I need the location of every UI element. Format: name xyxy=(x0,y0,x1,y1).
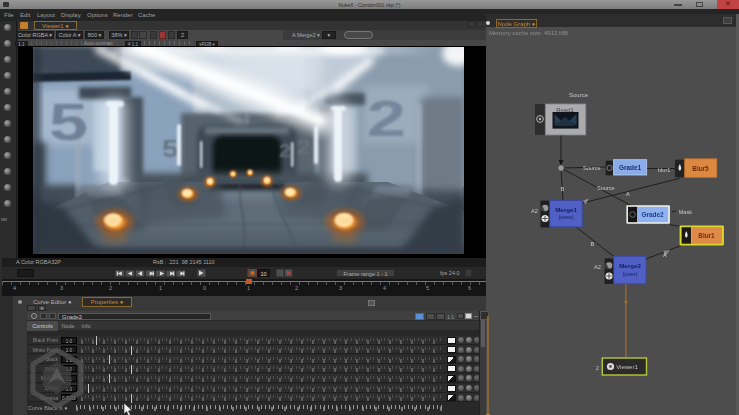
svg-text:(over): (over) xyxy=(558,214,573,220)
svg-text:Source: Source xyxy=(583,165,601,171)
svg-text:Source: Source xyxy=(597,185,615,191)
svg-text:Mask: Mask xyxy=(679,209,693,215)
svg-text:Blur1: Blur1 xyxy=(698,232,715,239)
svg-text:Source: Source xyxy=(569,92,589,98)
svg-text:blur1: blur1 xyxy=(658,167,670,173)
svg-text:Viewer1: Viewer1 xyxy=(616,364,638,370)
svg-text:B: B xyxy=(591,241,595,247)
svg-text:Merge2: Merge2 xyxy=(619,262,641,269)
svg-text:Grade2: Grade2 xyxy=(641,211,663,218)
svg-text:A: A xyxy=(663,252,667,258)
svg-text:A2: A2 xyxy=(531,208,538,214)
svg-text:2: 2 xyxy=(596,365,599,371)
svg-text:A2: A2 xyxy=(594,264,601,270)
svg-text:Read1: Read1 xyxy=(556,107,574,113)
svg-text:Grade1: Grade1 xyxy=(619,164,641,171)
svg-text:B: B xyxy=(561,186,565,192)
svg-text:Merge1: Merge1 xyxy=(555,206,577,213)
svg-text:A: A xyxy=(626,191,630,197)
svg-text:Blur5: Blur5 xyxy=(692,165,709,172)
svg-text:(over): (over) xyxy=(622,271,637,277)
